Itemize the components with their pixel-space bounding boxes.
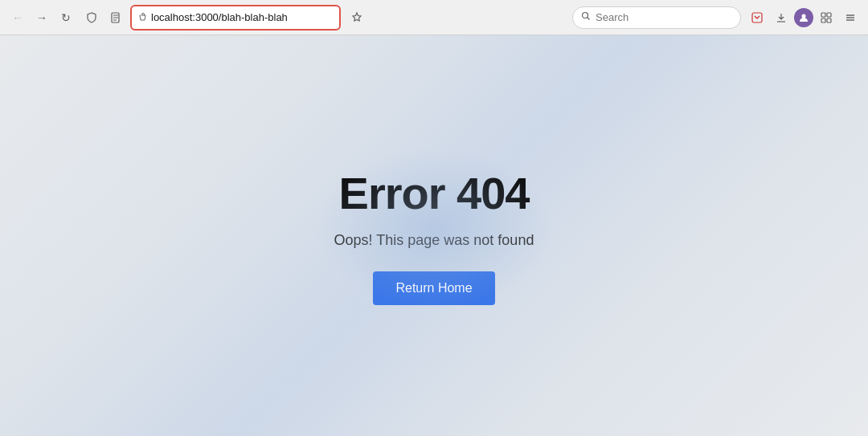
browser-chrome: ← → ↻ <box>0 0 868 35</box>
page-content: Error 404 Oops! This page was not found … <box>0 35 868 436</box>
svg-rect-12 <box>827 18 831 22</box>
svg-rect-11 <box>821 18 825 22</box>
search-icon <box>581 11 591 23</box>
svg-point-4 <box>583 13 588 18</box>
doc-icon[interactable] <box>106 8 125 27</box>
bookmark-star-button[interactable] <box>346 6 368 29</box>
svg-rect-10 <box>827 13 831 17</box>
search-input[interactable] <box>596 11 724 23</box>
return-home-button[interactable]: Return Home <box>373 271 494 305</box>
menu-button[interactable] <box>839 6 862 29</box>
reload-button[interactable]: ↻ <box>55 6 77 29</box>
forward-button[interactable]: → <box>31 6 53 29</box>
error-title: Error 404 <box>339 167 530 219</box>
shield-icon[interactable] <box>82 8 101 27</box>
back-button[interactable]: ← <box>6 6 29 29</box>
toolbar-icons <box>746 6 862 29</box>
svg-rect-9 <box>821 13 825 17</box>
svg-point-8 <box>802 14 806 18</box>
address-bar-icons <box>138 13 148 22</box>
extensions-button[interactable] <box>815 6 837 29</box>
download-button[interactable] <box>770 6 792 29</box>
svg-rect-6 <box>752 13 762 22</box>
url-input[interactable] <box>151 11 333 23</box>
pocket-button[interactable] <box>746 6 768 29</box>
search-bar[interactable] <box>572 6 741 29</box>
svg-line-5 <box>588 18 590 20</box>
error-subtitle: Oops! This page was not found <box>334 232 534 249</box>
profile-button[interactable] <box>794 8 813 27</box>
nav-buttons: ← → ↻ <box>6 6 77 29</box>
address-bar[interactable] <box>130 5 341 31</box>
